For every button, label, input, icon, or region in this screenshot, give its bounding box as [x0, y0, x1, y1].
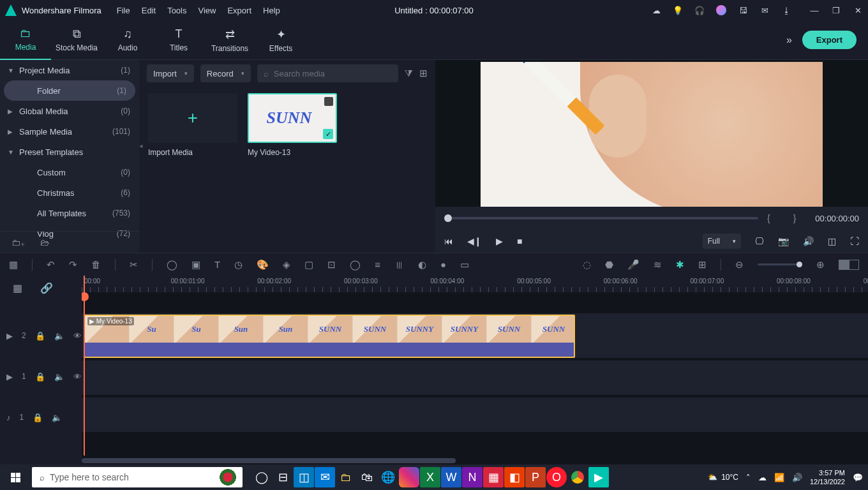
app-filmora[interactable]: ▶ [588, 467, 609, 487]
sidebar-item-sample-media[interactable]: ▶Sample Media(101) [0, 121, 139, 142]
tab-stock-media[interactable]: ⧉Stock Media [51, 20, 102, 60]
link-tracks-icon[interactable]: 🔗 [40, 282, 53, 294]
app-office[interactable]: ◧ [504, 467, 525, 487]
mixer-icon[interactable]: ⫼ [394, 259, 404, 270]
track-a1[interactable] [82, 397, 868, 433]
filter-icon[interactable]: ⧩ [405, 68, 413, 79]
maximize-button[interactable]: ❐ [831, 6, 841, 15]
align-icon[interactable]: ≡ [375, 259, 380, 270]
menu-help[interactable]: Help [263, 6, 280, 15]
media-clip-thumbnail[interactable]: SUNN ✓ [248, 93, 337, 143]
playhead[interactable] [84, 276, 85, 456]
play-icon[interactable]: ▶ [496, 236, 503, 246]
new-folder-icon[interactable]: 🗀₊ [11, 237, 25, 248]
menu-tools[interactable]: Tools [167, 6, 186, 15]
display-icon[interactable]: 🖵 [755, 236, 764, 246]
voiceover-icon[interactable]: 🎤 [627, 259, 640, 271]
menu-export[interactable]: Export [227, 6, 251, 15]
collapse-sidebar-icon[interactable]: ◂ [139, 142, 143, 150]
lock-icon[interactable]: 🔒 [35, 331, 45, 341]
mute-icon[interactable]: 🔈 [54, 331, 64, 341]
app-store[interactable]: 🛍 [357, 467, 377, 487]
volume-icon[interactable]: 🔊 [803, 236, 814, 246]
render-icon[interactable]: ◐ [418, 259, 426, 271]
message-icon[interactable]: ✉ [760, 5, 770, 15]
greenscreen-icon[interactable]: ▢ [304, 259, 313, 271]
undo-icon[interactable]: ↶ [47, 259, 55, 271]
close-button[interactable]: ✕ [853, 6, 863, 15]
app-edge[interactable]: 🌐 [378, 467, 398, 487]
app-word[interactable]: W [441, 467, 461, 487]
sidebar-item-custom[interactable]: Custom(0) [0, 162, 139, 182]
add-marker-icon[interactable]: ⊞ [698, 259, 707, 271]
tab-media[interactable]: 🗀Media [0, 20, 51, 60]
mask-icon[interactable]: ◯ [350, 259, 361, 271]
app-chrome[interactable] [567, 467, 588, 487]
magnet-icon[interactable]: ✱ [676, 259, 684, 271]
select-tool-icon[interactable]: ▦ [9, 259, 18, 271]
timeline-clip[interactable]: ▶ My Video-13 Su Su Sun Sun SUNN SUNN SU… [84, 315, 575, 358]
cortana-icon[interactable]: ⊟ [273, 467, 293, 487]
prev-frame-icon[interactable]: ⏮ [444, 236, 453, 246]
search-input[interactable] [274, 69, 392, 78]
account-icon[interactable] [716, 5, 726, 15]
app-explorer[interactable]: 🗀 [336, 467, 356, 487]
color-icon[interactable]: 🎨 [257, 259, 269, 271]
taskbar-clock[interactable]: 3:57 PM 12/13/2022 [810, 468, 845, 486]
import-media-tile[interactable]: + [148, 93, 237, 143]
detach-icon[interactable]: ⊡ [327, 259, 336, 271]
auto-ripple-icon[interactable]: ◌ [583, 259, 591, 271]
mute-icon[interactable]: 🔈 [52, 413, 62, 422]
app-opera[interactable]: O [546, 467, 567, 487]
cloud-icon[interactable]: ☁ [651, 5, 661, 15]
view-mode-toggle[interactable] [839, 260, 859, 270]
preview-scrubber[interactable] [444, 217, 758, 219]
tab-audio[interactable]: ♫Audio [102, 20, 153, 60]
export-button[interactable]: Export [802, 31, 857, 49]
headphones-icon[interactable]: 🎧 [694, 5, 705, 15]
track-header-a1[interactable]: ♪1 🔒 🔈 [0, 403, 82, 431]
tray-onedrive-icon[interactable]: ☁ [758, 473, 767, 482]
track-manager-icon[interactable]: ▦ [13, 282, 22, 294]
preview-quality-dropdown[interactable]: Full▾ [703, 234, 741, 249]
zoom-in-icon[interactable]: ⊕ [816, 259, 825, 271]
mute-icon[interactable]: 🔈 [54, 372, 64, 382]
zoom-out-icon[interactable]: ⊖ [735, 259, 744, 271]
compare-icon[interactable]: ◫ [828, 236, 836, 246]
taskbar-search[interactable]: ⌕ [32, 467, 243, 487]
track-v2[interactable]: ▶ My Video-13 Su Su Sun Sun SUNN SUNN SU… [82, 313, 868, 359]
app-trello[interactable]: ◫ [294, 467, 314, 487]
delete-icon[interactable]: 🗑 [91, 259, 101, 270]
grid-view-icon[interactable]: ⊞ [419, 68, 428, 79]
app-pdf[interactable]: ▦ [483, 467, 504, 487]
mark-in-out-icon[interactable]: { } [767, 213, 806, 223]
minimize-button[interactable]: — [809, 6, 819, 15]
download-icon[interactable]: ⭳ [781, 5, 791, 15]
menu-view[interactable]: View [198, 6, 216, 15]
tab-transitions[interactable]: ⇄Transitions [204, 20, 255, 60]
step-back-icon[interactable]: ◀❙ [467, 236, 482, 246]
marker-icon[interactable]: ◯ [167, 259, 177, 271]
app-powerpoint[interactable]: P [525, 467, 546, 487]
start-button[interactable] [0, 464, 31, 490]
media-search[interactable]: ⌕ [257, 64, 398, 82]
app-onenote[interactable]: N [462, 467, 483, 487]
folder-open-icon[interactable]: 🗁 [40, 237, 49, 248]
app-excel[interactable]: X [420, 467, 440, 487]
sidebar-item-preset-templates[interactable]: ▼Preset Templates [0, 142, 139, 162]
stop-icon[interactable]: ■ [517, 236, 522, 246]
visibility-icon[interactable]: 👁 [73, 372, 82, 382]
save-icon[interactable]: 🖫 [738, 5, 748, 15]
tray-volume-icon[interactable]: 🔊 [792, 473, 802, 482]
app-mail[interactable]: ✉ [315, 467, 335, 487]
taskbar-search-input[interactable] [50, 472, 235, 482]
lock-icon[interactable]: 🔒 [35, 372, 45, 382]
menu-file[interactable]: File [117, 6, 130, 15]
keyframe-icon[interactable]: ◈ [283, 259, 290, 271]
app-instagram[interactable] [399, 467, 419, 487]
fullscreen-icon[interactable]: ⛶ [850, 236, 859, 246]
group-icon[interactable]: ▭ [460, 259, 469, 271]
tab-effects[interactable]: ✦Effects [255, 20, 306, 60]
text-tool-icon[interactable]: T [214, 259, 220, 270]
expand-tabs-icon[interactable]: » [776, 34, 802, 46]
